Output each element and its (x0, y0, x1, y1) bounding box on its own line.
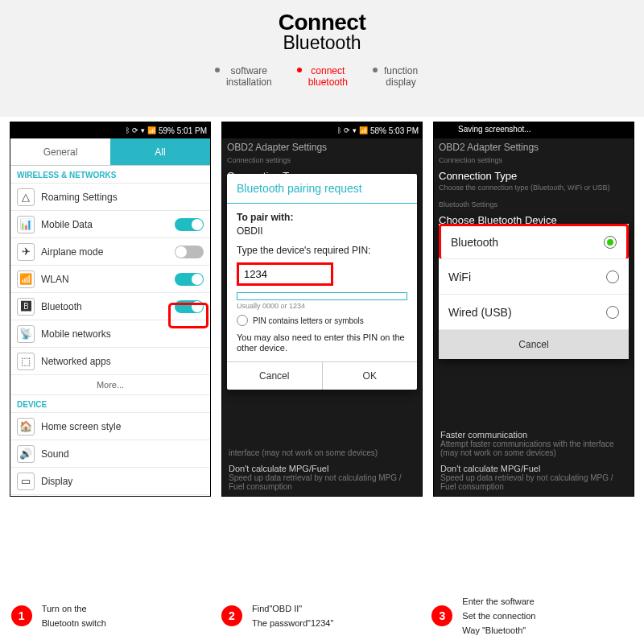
tab-all[interactable]: All (110, 138, 210, 165)
highlight-bluetooth-toggle (168, 303, 208, 328)
signal-icon: 📶 (359, 126, 368, 134)
more-link[interactable]: More... (10, 375, 210, 395)
toggle-wlan[interactable] (175, 273, 204, 286)
option-wired[interactable]: Wired (USB) (439, 295, 629, 330)
conn-settings-label: Connection settings (227, 156, 417, 165)
airplane-icon: ✈ (17, 243, 35, 261)
radio-icon[interactable] (606, 270, 619, 283)
apps-icon: ⬚ (17, 353, 35, 370)
dot-icon (215, 68, 220, 72)
option-bluetooth[interactable]: Bluetooth (439, 224, 629, 259)
header-subtitle: Bluetooth (0, 32, 644, 54)
phone-1: ᛒ ⟳ ▾ 📶 59% 5:01 PM General All WIRELESS… (10, 122, 211, 497)
status-bar: ᛒ ⟳ ▾ 📶 58% 5:03 PM (222, 122, 422, 138)
cancel-button[interactable]: Cancel (439, 330, 629, 359)
ok-button[interactable]: OK (323, 362, 418, 390)
status-text: 59% 5:01 PM (159, 126, 207, 135)
pin-note: You may also need to enter this PIN on t… (237, 332, 407, 353)
sound-icon: 🔊 (17, 445, 35, 463)
type-pin-label: Type the device's required PIN: (237, 245, 407, 256)
connection-chooser: Bluetooth WiFi Wired (USB) Cancel (439, 224, 629, 359)
bluetooth-icon: ᛒ (126, 126, 130, 134)
screen-title: OBD2 Adapter Settings (439, 142, 629, 153)
sync-icon: ⟳ (132, 126, 138, 134)
pin-value[interactable]: 1234 (244, 268, 267, 280)
phones-row: ᛒ ⟳ ▾ 📶 59% 5:01 PM General All WIRELESS… (0, 122, 644, 504)
signal-icon: 📶 (147, 126, 156, 134)
dot-icon (297, 68, 302, 72)
wifi-icon: ▾ (353, 126, 357, 134)
toggle-airplane[interactable] (175, 246, 204, 258)
dark-below: Faster communication Attempt faster comm… (434, 425, 634, 496)
header-band: Connect Bluetooth software installation … (0, 0, 644, 117)
subitem-software: software installation (226, 65, 272, 88)
step-3: 3 Enter the software Set the connection … (431, 594, 633, 638)
section-device: DEVICE (10, 395, 210, 413)
wlan-icon: 📶 (17, 270, 35, 288)
cancel-button[interactable]: Cancel (227, 362, 323, 390)
status-bar: Saving screenshot... (434, 122, 634, 138)
option-wifi[interactable]: WiFi (439, 259, 629, 295)
modal-title: Bluetooth pairing request (227, 174, 417, 204)
pairing-modal: Bluetooth pairing request To pair with: … (227, 174, 417, 390)
row-mobile-data[interactable]: 📊Mobile Data (10, 211, 210, 238)
subitem-function: function display (384, 65, 418, 88)
header-subitems: software installation connect bluetooth … (0, 65, 644, 88)
saving-text: Saving screenshot... (458, 125, 531, 134)
subitem-connect: connect bluetooth (308, 65, 348, 88)
pin-checkbox-row[interactable]: PIN contains letters or symbols (237, 315, 407, 326)
row-display[interactable]: ▭Display (10, 468, 210, 495)
step-1: 1 Turn on the Bluetootn switch (11, 594, 213, 638)
radio-icon[interactable] (606, 306, 619, 319)
radio-selected-icon[interactable] (604, 236, 617, 249)
step-number-icon: 1 (11, 605, 32, 626)
phone-2: ᛒ ⟳ ▾ 📶 58% 5:03 PM OBD2 Adapter Setting… (221, 122, 423, 497)
dark-below: interface (may not work on some devices)… (222, 444, 422, 496)
phone-3: Saving screenshot... OBD2 Adapter Settin… (433, 122, 634, 497)
row-networked-apps[interactable]: ⬚Networked apps (10, 348, 210, 375)
toggle-mobile-data[interactable] (175, 218, 204, 231)
steps-footer: 1 Turn on the Bluetootn switch 2 Find"OB… (0, 594, 644, 638)
section-wireless: WIRELESS & NETWORKS (10, 166, 210, 184)
status-text: 58% 5:03 PM (370, 126, 419, 135)
row-wlan[interactable]: 📶WLAN (10, 266, 210, 293)
bluetooth-icon: ᛒ (337, 126, 341, 134)
network-icon: 📡 (17, 325, 35, 343)
roaming-icon: △ (17, 188, 35, 206)
tab-general[interactable]: General (10, 138, 110, 165)
pin-input-highlight: 1234 (237, 262, 333, 286)
pin-input-outline[interactable] (237, 292, 407, 300)
settings-tabs: General All (10, 138, 210, 166)
row-home-style[interactable]: 🏠Home screen style (10, 413, 210, 440)
step-number-icon: 2 (221, 605, 242, 626)
row-roaming[interactable]: △Roaming Settings (10, 184, 210, 211)
modal-buttons: Cancel OK (227, 361, 417, 390)
step-number-icon: 3 (431, 605, 452, 626)
status-bar: ᛒ ⟳ ▾ 📶 59% 5:01 PM (10, 122, 210, 138)
home-icon: 🏠 (17, 418, 35, 436)
sync-icon: ⟳ (344, 126, 350, 134)
bluetooth-row-icon: 🅱 (17, 298, 35, 316)
wifi-icon: ▾ (141, 126, 145, 134)
to-pair-label: To pair with: (237, 212, 407, 223)
data-icon: 📊 (17, 216, 35, 233)
display-icon: ▭ (17, 473, 35, 490)
row-sound[interactable]: 🔊Sound (10, 440, 210, 468)
radio-icon[interactable] (237, 315, 248, 326)
pin-hint: Usually 0000 or 1234 (237, 302, 407, 310)
dot-icon (373, 68, 378, 72)
device-name: OBDII (237, 225, 263, 237)
step-2: 2 Find"OBD II" The password"1234" (221, 594, 423, 638)
screen-title: OBD2 Adapter Settings (227, 142, 417, 153)
row-airplane[interactable]: ✈Airplane mode (10, 238, 210, 266)
